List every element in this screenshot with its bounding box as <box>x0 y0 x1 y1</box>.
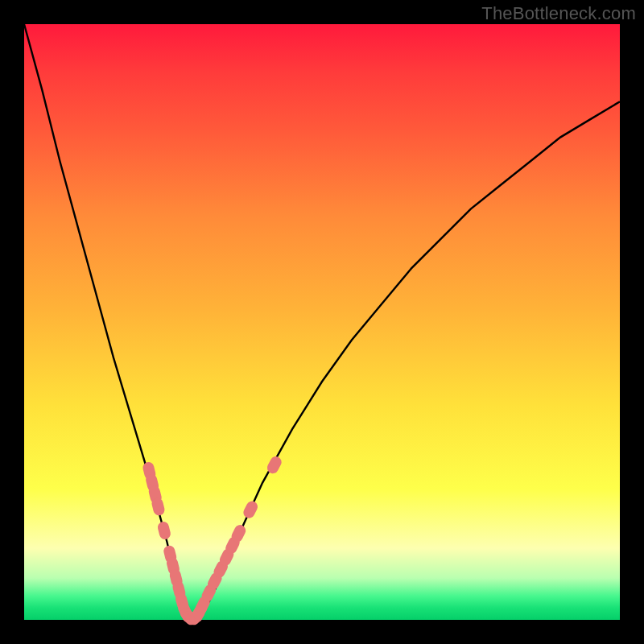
watermark: TheBottleneck.com <box>481 3 636 24</box>
marker-point <box>242 499 260 520</box>
chart-frame: TheBottleneck.com <box>0 0 644 644</box>
plot-area <box>24 24 620 620</box>
bottleneck-curve <box>24 24 620 620</box>
chart-svg <box>24 24 620 620</box>
marker-point <box>156 521 171 541</box>
markers-group <box>142 455 283 627</box>
